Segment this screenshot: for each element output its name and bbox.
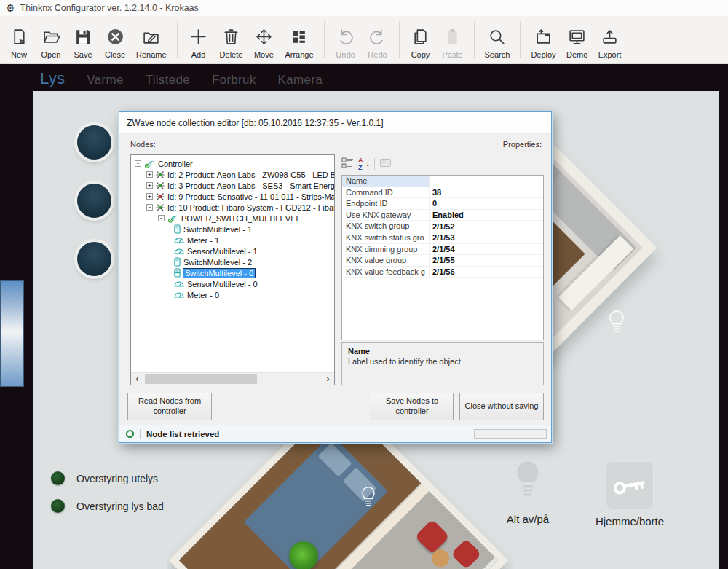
move-button[interactable]: Move xyxy=(248,17,280,62)
new-button[interactable]: New xyxy=(3,17,35,62)
copy-button[interactable]: Copy xyxy=(405,17,437,62)
tab-tilstede[interactable]: Tilstede xyxy=(146,73,190,87)
selected-tree-item-label: SwitchMultilevel - 0 xyxy=(183,269,255,278)
property-row-knx-value-feedback-group[interactable]: KNX value feedback g 2/1/56 xyxy=(342,267,543,278)
property-row-use-knx-gateway[interactable]: Use KNX gateway Enabled xyxy=(342,210,543,221)
property-grid: Name Command ID 38 Endpoint ID 0 Use KNX… xyxy=(341,175,544,340)
property-row-command-id[interactable]: Command ID 38 xyxy=(342,187,543,199)
property-pages-icon[interactable] xyxy=(379,157,392,171)
property-row-endpoint-id[interactable]: Endpoint ID 0 xyxy=(342,198,543,210)
tree-item-meter-0[interactable]: Meter - 0 xyxy=(131,289,334,300)
magnifier-icon xyxy=(488,28,506,49)
tree-item-node-10[interactable]: - Id: 10 Product: Fibaro System - FGD212… xyxy=(131,202,334,213)
property-row-knx-value-group[interactable]: KNX value group 2/1/55 xyxy=(342,255,543,267)
close-without-saving-button[interactable]: Close without saving xyxy=(459,393,544,420)
property-row-knx-dimming-group[interactable]: KNX dimming group 2/1/54 xyxy=(342,244,543,256)
progress-bar xyxy=(474,429,547,439)
demo-button[interactable]: Demo xyxy=(561,17,593,62)
nodes-tree: - Controller + Id: 2 Product: Aeon Labs … xyxy=(130,154,335,385)
deploy-button[interactable]: Deploy xyxy=(526,17,561,62)
tree-item-switchmultilevel-0[interactable]: SwitchMultilevel - 0 xyxy=(131,267,334,278)
expand-icon[interactable]: + xyxy=(146,182,153,189)
rename-button[interactable]: Rename xyxy=(131,17,172,62)
tree-item-node-2[interactable]: + Id: 2 Product: Aeon Labs - ZW098-C55 -… xyxy=(131,169,334,180)
open-button[interactable]: Open xyxy=(35,17,67,62)
scrollbar-thumb[interactable] xyxy=(145,374,257,384)
tree-item-switchmultilevel-1[interactable]: SwitchMultilevel - 1 xyxy=(131,224,334,235)
undo-button[interactable]: Undo xyxy=(330,17,362,62)
close-button[interactable]: Close xyxy=(99,17,131,62)
indicator-overstyring-lys-bad[interactable]: Overstyring lys bad xyxy=(51,499,164,513)
bulb-icon xyxy=(608,310,625,340)
left-slider[interactable] xyxy=(0,280,24,387)
tree-item-controller[interactable]: - Controller xyxy=(131,158,334,169)
tree-item-power-switch-multilevel[interactable]: - POWER_SWITCH_MULTILEVEL xyxy=(131,213,334,224)
action-alt-av-pa[interactable]: Alt av/på xyxy=(488,459,568,525)
trash-icon xyxy=(222,28,240,49)
tree-item-meter-1[interactable]: Meter - 1 xyxy=(131,235,334,246)
toolbar-separator xyxy=(177,21,178,58)
tab-varme[interactable]: Varme xyxy=(87,73,123,87)
scrollbar-track[interactable] xyxy=(143,373,322,385)
tree-item-switchmultilevel-2[interactable]: SwitchMultilevel - 2 xyxy=(131,256,334,267)
status-ok-icon xyxy=(126,430,134,438)
paste-button[interactable]: Paste xyxy=(437,17,469,62)
export-button[interactable]: Export xyxy=(593,17,627,62)
categorized-view-icon[interactable] xyxy=(341,157,354,172)
tab-kamera[interactable]: Kamera xyxy=(278,73,323,87)
gear-icon: ⚙ xyxy=(6,3,15,13)
property-description-box: Name Label used to identify the object xyxy=(341,342,544,385)
property-row-name[interactable]: Name xyxy=(342,176,543,187)
rename-folder-icon xyxy=(142,28,160,49)
property-row-knx-switch-status-group[interactable]: KNX switch status gro 2/1/53 xyxy=(342,232,543,244)
expand-icon[interactable]: + xyxy=(146,193,153,200)
tab-lys[interactable]: Lys xyxy=(40,69,65,88)
read-nodes-button[interactable]: Read Nodes from controller xyxy=(127,393,212,420)
meter-gauge-icon xyxy=(174,248,184,254)
tree-item-sensormultilevel-0[interactable]: SensorMultilevel - 0 xyxy=(131,278,334,289)
toolbar-separator xyxy=(399,21,400,58)
save-nodes-button[interactable]: Save Nodes to controller xyxy=(371,393,454,420)
add-button[interactable]: Add xyxy=(183,17,215,62)
controller-wifi-icon xyxy=(144,159,155,168)
save-button[interactable]: Save xyxy=(67,17,99,62)
tree-item-node-9[interactable]: + Id: 9 Product: Sensative - 11 01 011 -… xyxy=(131,191,334,202)
export-icon xyxy=(601,28,619,49)
nodes-label: Nodes: xyxy=(130,140,156,149)
app-window: ⚙ Thinknx Configurator ver. 1.2.14.0 - K… xyxy=(0,0,728,569)
collapse-icon[interactable]: - xyxy=(146,204,153,211)
save-floppy-icon xyxy=(74,28,92,49)
bulb-icon xyxy=(360,486,376,514)
window-title: Thinknx Configurator ver. 1.2.14.0 - Kro… xyxy=(20,3,199,13)
window-titlebar: ⚙ Thinknx Configurator ver. 1.2.14.0 - K… xyxy=(0,0,728,16)
switch-icon xyxy=(174,257,181,267)
toolbar-separator xyxy=(374,158,375,170)
zwave-node-ok-icon xyxy=(156,170,165,179)
plus-icon xyxy=(189,28,207,49)
expand-icon[interactable]: + xyxy=(146,171,153,178)
monitor-icon xyxy=(568,28,586,49)
property-row-knx-switch-group[interactable]: KNX switch group 2/1/52 xyxy=(342,221,543,232)
indicator-overstyring-utelys[interactable]: Overstyring utelys xyxy=(51,471,158,485)
scroll-right-icon[interactable]: › xyxy=(322,373,334,385)
status-separator xyxy=(140,429,141,439)
collapse-icon[interactable]: - xyxy=(135,160,141,167)
scene-button-2[interactable] xyxy=(77,184,111,218)
scroll-left-icon[interactable]: ‹ xyxy=(131,373,143,385)
tree-horizontal-scrollbar[interactable]: ‹ › xyxy=(131,372,334,385)
tree-item-sensormultilevel-1[interactable]: SensorMultilevel - 1 xyxy=(131,246,334,256)
arrange-grid-icon xyxy=(290,28,308,49)
tree-item-node-3[interactable]: + Id: 3 Product: Aeon Labs - SES3 - Smar… xyxy=(131,180,334,191)
search-button[interactable]: Search xyxy=(480,17,515,62)
scene-button-1[interactable] xyxy=(77,125,111,160)
redo-button[interactable]: Redo xyxy=(362,17,394,62)
green-led-icon xyxy=(51,499,65,513)
action-hjemme-borte[interactable]: Hjemme/borte xyxy=(582,461,677,527)
workspace: Lys Varme Tilstede Forbruk Kamera xyxy=(0,64,728,569)
delete-button[interactable]: Delete xyxy=(215,17,248,62)
scene-button-3[interactable] xyxy=(77,242,111,276)
arrange-button[interactable]: Arrange xyxy=(280,17,318,62)
sort-alphabetical-icon[interactable]: A Z ↓ xyxy=(358,158,370,170)
collapse-icon[interactable]: - xyxy=(158,215,165,221)
tab-forbruk[interactable]: Forbruk xyxy=(212,73,256,87)
